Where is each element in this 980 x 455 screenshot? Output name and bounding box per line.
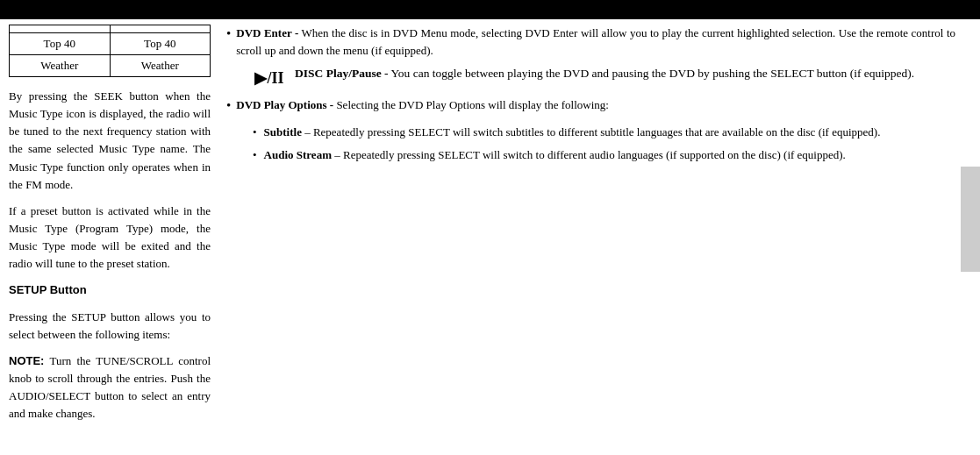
playpause-row: ▶/IIDISC Play/Pause - You can toggle bet…: [253, 67, 955, 88]
sub-bullet-term: Subtitle: [264, 125, 302, 139]
sub-bullet-term: Audio Stream: [264, 148, 332, 161]
bullet-text: DVD Enter - When the disc is in DVD Menu…: [236, 25, 955, 60]
bullet-dot: •: [226, 24, 231, 60]
body-paragraph: If a preset button is activated while in…: [9, 203, 211, 274]
sub-bullet-item-audio-stream: •Audio Stream – Repeatedly pressing SELE…: [253, 146, 955, 164]
sub-bullet-section: ▶/IIDISC Play/Pause - You can toggle bet…: [253, 67, 955, 88]
bullet-item-dvd-play-options: •DVD Play Options - Selecting the DVD Pl…: [226, 96, 955, 116]
table-row: Top 40Top 40: [10, 33, 211, 55]
bullet-section-dvd-play-options: •DVD Play Options - Selecting the DVD Pl…: [226, 96, 955, 164]
table-cell-program-type: Weather: [10, 55, 111, 77]
table-col2-header: [110, 25, 211, 33]
bullet-term: DVD Play Options -: [236, 98, 333, 111]
bullet-section-dvd-enter: •DVD Enter - When the disc is in DVD Men…: [226, 25, 955, 88]
section-heading: SETUP Button: [9, 281, 211, 299]
page-header: [0, 0, 980, 19]
note-paragraph: NOTE: Turn the TUNE/SCROLL control knob …: [9, 352, 211, 423]
table-cell-display: Weather: [110, 55, 211, 77]
playpause-icon: ▶/II: [253, 67, 286, 88]
right-bullets: •DVD Enter - When the disc is in DVD Men…: [226, 25, 955, 164]
sub-bullet-section: •Subtitle – Repeatedly pressing SELECT w…: [253, 124, 955, 164]
main-content: Top 40Top 40WeatherWeather By pressing t…: [9, 25, 955, 448]
left-column: Top 40Top 40WeatherWeather By pressing t…: [9, 25, 211, 448]
body-paragraph: Pressing the SETUP button allows you to …: [9, 309, 211, 344]
sub-bullet-term: DISC Play/Pause -: [295, 67, 389, 80]
sub-bullet-text: Subtitle – Repeatedly pressing SELECT wi…: [264, 124, 881, 141]
chapter-tab: [961, 167, 980, 272]
bullet-text: DVD Play Options - Selecting the DVD Pla…: [236, 96, 609, 116]
bullet-term: DVD Enter -: [236, 26, 298, 39]
sub-bullet-dot: •: [253, 146, 257, 164]
table-col1-header: [10, 25, 111, 33]
sub-bullet-dot: •: [253, 124, 257, 141]
right-column: •DVD Enter - When the disc is in DVD Men…: [226, 25, 955, 448]
bullet-item-dvd-enter: •DVD Enter - When the disc is in DVD Men…: [226, 25, 955, 60]
sub-bullet-text: DISC Play/Pause - You can toggle between…: [295, 67, 955, 81]
sub-bullet-item-subtitle: •Subtitle – Repeatedly pressing SELECT w…: [253, 124, 955, 141]
table-cell-program-type: Top 40: [10, 33, 111, 55]
table-row: WeatherWeather: [10, 55, 211, 77]
sub-bullet-text: Audio Stream – Repeatedly pressing SELEC…: [264, 146, 846, 164]
bullet-dot: •: [226, 96, 231, 116]
program-type-table: Top 40Top 40WeatherWeather: [9, 25, 211, 77]
note-label: NOTE:: [9, 354, 44, 367]
body-paragraph: By pressing the SEEK button when the Mus…: [9, 88, 211, 194]
table-cell-display: Top 40: [110, 33, 211, 55]
left-paragraphs: By pressing the SEEK button when the Mus…: [9, 88, 211, 423]
